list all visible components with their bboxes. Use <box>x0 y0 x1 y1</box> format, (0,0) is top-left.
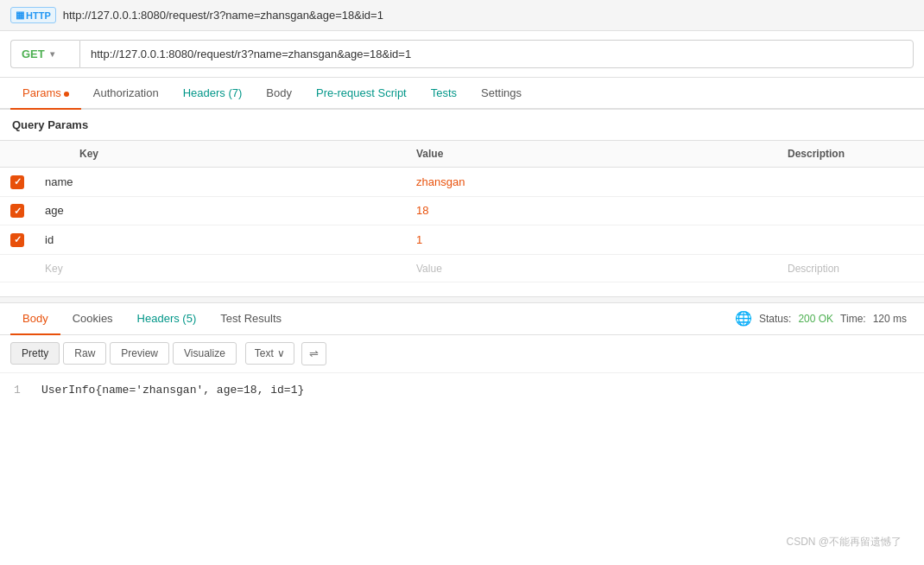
request-bar: GET ▾ <box>0 31 924 78</box>
table-row: name zhansgan <box>0 168 924 197</box>
row1-key: name <box>35 168 406 197</box>
placeholder-key: Key <box>35 254 406 282</box>
row1-checkbox[interactable] <box>10 175 24 189</box>
url-input[interactable] <box>79 40 914 68</box>
tab-prerequest[interactable]: Pre-request Script <box>304 78 419 110</box>
format-chevron-icon: ∨ <box>277 347 285 359</box>
response-tab-cookies[interactable]: Cookies <box>60 303 125 335</box>
row1-checkbox-cell <box>0 168 35 197</box>
view-pretty-button[interactable]: Pretty <box>10 342 60 365</box>
table-row: id 1 <box>0 225 924 255</box>
row3-checkbox[interactable] <box>10 233 24 247</box>
section-divider <box>0 296 924 303</box>
row1-description <box>777 168 924 197</box>
globe-icon: 🌐 <box>735 310 752 327</box>
tab-headers[interactable]: Headers (7) <box>171 78 255 110</box>
time-label: Time: <box>840 313 866 325</box>
response-tab-body[interactable]: Body <box>10 303 60 335</box>
query-params-title: Query Params <box>0 110 924 140</box>
row1-value: zhansgan <box>406 168 777 197</box>
format-label: Text <box>255 347 274 359</box>
tab-params[interactable]: Params <box>10 78 81 110</box>
code-content: UserInfo{name='zhansgan', age=18, id=1} <box>41 384 304 397</box>
col-header-check <box>0 141 35 168</box>
placeholder-description: Description <box>777 254 924 282</box>
http-badge: ▦ HTTP <box>10 7 56 23</box>
col-header-value: Value <box>406 141 777 168</box>
response-status: 🌐 Status: 200 OK Time: 120 ms <box>735 310 914 327</box>
csdn-watermark: CSDN @不能再留遗憾了 <box>772 528 915 556</box>
params-dot <box>64 92 69 97</box>
wrap-icon: ⇌ <box>309 347 319 360</box>
tab-settings[interactable]: Settings <box>469 78 534 110</box>
response-tab-testresults[interactable]: Test Results <box>208 303 294 335</box>
method-select[interactable]: GET ▾ <box>10 40 79 68</box>
view-preview-button[interactable]: Preview <box>110 342 169 365</box>
status-value: 200 OK <box>798 313 833 325</box>
top-url-text: http://127.0.0.1:8080/request/r3?name=zh… <box>63 9 383 22</box>
col-header-description: Description <box>777 141 924 168</box>
row2-checkbox[interactable] <box>10 204 24 218</box>
top-url-bar: ▦ HTTP http://127.0.0.1:8080/request/r3?… <box>0 0 924 31</box>
http-icon: ▦ <box>16 10 24 21</box>
status-label: Status: <box>759 313 791 325</box>
request-tabs-bar: Params Authorization Headers (7) Body Pr… <box>0 78 924 110</box>
time-value: 120 ms <box>873 313 907 325</box>
wrap-button[interactable]: ⇌ <box>301 342 326 365</box>
col-header-key: Key <box>35 141 406 168</box>
response-tab-headers[interactable]: Headers (5) <box>125 303 209 335</box>
format-select[interactable]: Text ∨ <box>245 342 294 365</box>
view-visualize-button[interactable]: Visualize <box>173 342 237 365</box>
response-tabs-bar: Body Cookies Headers (5) Test Results 🌐 … <box>0 303 924 335</box>
row3-description <box>777 225 924 255</box>
placeholder-value: Value <box>406 254 777 282</box>
table-row: age 18 <box>0 196 924 225</box>
params-table: Key Value Description name zhansgan age <box>0 140 924 282</box>
method-chevron-icon: ▾ <box>50 49 54 59</box>
response-toolbar: Pretty Raw Preview Visualize Text ∨ ⇌ <box>0 335 924 373</box>
row2-key: age <box>35 196 406 225</box>
view-raw-button[interactable]: Raw <box>63 342 106 365</box>
row3-checkbox-cell <box>0 225 35 255</box>
row2-description <box>777 196 924 225</box>
line-number: 1 <box>14 384 28 397</box>
code-area: 1 UserInfo{name='zhansgan', age=18, id=1… <box>0 373 924 407</box>
row3-key: id <box>35 225 406 255</box>
tab-tests[interactable]: Tests <box>419 78 469 110</box>
row2-checkbox-cell <box>0 196 35 225</box>
table-row-placeholder: Key Value Description <box>0 254 924 282</box>
row3-value: 1 <box>406 225 777 255</box>
method-label: GET <box>22 48 45 60</box>
tab-body[interactable]: Body <box>254 78 304 110</box>
row2-value: 18 <box>406 196 777 225</box>
tab-authorization[interactable]: Authorization <box>81 78 171 110</box>
code-line: 1 UserInfo{name='zhansgan', age=18, id=1… <box>14 384 910 397</box>
response-tabs-left: Body Cookies Headers (5) Test Results <box>10 303 294 334</box>
